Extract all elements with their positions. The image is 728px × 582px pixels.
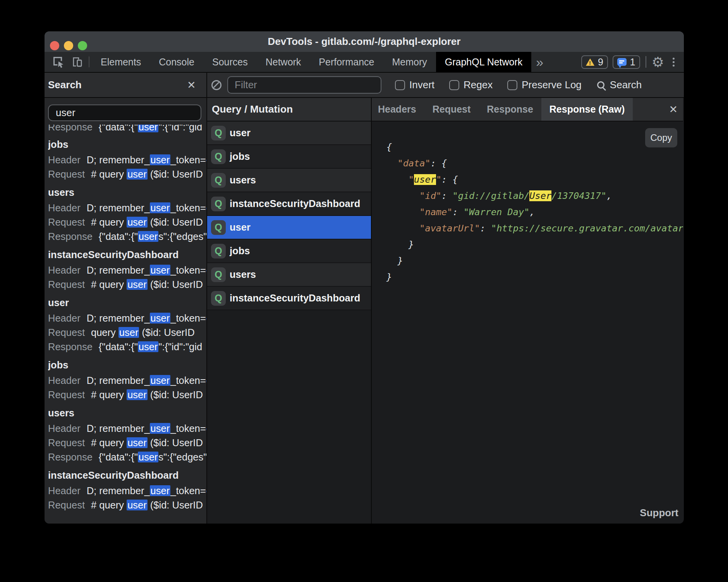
tab-graphql-network[interactable]: GraphQL Network bbox=[436, 52, 532, 72]
query-type-icon: Q bbox=[211, 291, 226, 306]
window-title: DevTools - gitlab.com/-/graphql-explorer bbox=[268, 36, 461, 48]
search-result-line[interactable]: Response{"data":{"users":{"edges":[user bbox=[48, 229, 207, 244]
query-list-panel: Query / Mutation QuserQjobsQusersQinstan… bbox=[207, 98, 371, 524]
search-results-list: Response{"data":{"user":{"id":"gidjobsHe… bbox=[48, 125, 207, 524]
traffic-lights bbox=[50, 41, 87, 50]
minimize-window-button[interactable] bbox=[64, 41, 73, 50]
search-result-group: usersHeaderD; remember_user_token=eyRequ… bbox=[48, 185, 207, 244]
detail-panel: HeadersRequestResponseResponse (Raw) ✕ {… bbox=[371, 98, 683, 524]
issues-badge[interactable]: 1 bbox=[613, 55, 640, 69]
tab-console[interactable]: Console bbox=[150, 52, 203, 72]
search-label[interactable]: Search bbox=[610, 79, 642, 91]
message-icon bbox=[617, 58, 627, 66]
search-results-panel: user Response{"data":{"user":{"id":"gidj… bbox=[45, 98, 207, 524]
filter-toolbar: Filter Invert Regex Preserve Log Search bbox=[206, 73, 684, 97]
search-result-line[interactable]: Response{"data":{"user":{"id":"gid bbox=[48, 340, 207, 354]
search-result-line[interactable]: HeaderD; remember_user_token=ey bbox=[48, 263, 207, 277]
regex-label[interactable]: Regex bbox=[464, 79, 493, 91]
invert-label[interactable]: Invert bbox=[409, 79, 434, 91]
query-list-item[interactable]: Qjobs bbox=[207, 240, 371, 263]
query-list-item[interactable]: Quser bbox=[207, 122, 371, 145]
search-panel-header: Search ✕ bbox=[45, 73, 206, 97]
panel-toolbar: Search ✕ Filter Invert Regex Preserve Lo… bbox=[45, 73, 684, 98]
search-result-line[interactable]: HeaderD; remember_user_token=ey bbox=[48, 484, 207, 498]
clear-icon[interactable] bbox=[211, 80, 221, 90]
search-result-group: jobsHeaderD; remember_user_token=eyReque… bbox=[48, 137, 207, 181]
search-result-line[interactable]: Request# query user ($id: UserID bbox=[48, 167, 207, 181]
copy-button[interactable]: Copy bbox=[645, 128, 677, 147]
query-list-item[interactable]: Qjobs bbox=[207, 145, 371, 169]
query-list-header: Query / Mutation bbox=[207, 98, 371, 122]
query-list-item[interactable]: QinstanceSecurityDashboard bbox=[207, 287, 371, 310]
search-result-line[interactable]: HeaderD; remember_user_token=ey bbox=[48, 201, 207, 215]
query-type-icon: Q bbox=[211, 244, 226, 258]
search-result-group: jobsHeaderD; remember_user_token=eyReque… bbox=[48, 358, 207, 402]
warnings-badge[interactable]: 9 bbox=[581, 55, 608, 69]
query-list-item[interactable]: Qusers bbox=[207, 169, 371, 192]
filter-input[interactable]: Filter bbox=[227, 76, 381, 94]
settings-gear-icon[interactable]: ⚙ bbox=[652, 52, 664, 72]
search-result-line[interactable]: HeaderD; remember_user_token=ey bbox=[48, 153, 207, 167]
query-type-icon: Q bbox=[211, 220, 226, 235]
search-result-group: instanceSecurityDashboardHeaderD; rememb… bbox=[48, 468, 207, 512]
search-result-line[interactable]: HeaderD; remember_user_token=ey bbox=[48, 421, 207, 436]
query-type-icon: Q bbox=[211, 267, 226, 282]
title-bar: DevTools - gitlab.com/-/graphql-explorer bbox=[45, 31, 684, 52]
maximize-window-button[interactable] bbox=[78, 41, 87, 50]
search-result-group: userHeaderD; remember_user_token=eyReque… bbox=[48, 296, 207, 354]
tab-performance[interactable]: Performance bbox=[310, 52, 383, 72]
devtools-window: DevTools - gitlab.com/-/graphql-explorer… bbox=[45, 31, 684, 524]
search-result-line[interactable]: Request# query user ($id: UserID bbox=[48, 277, 207, 292]
detail-tab-response-raw-[interactable]: Response (Raw) bbox=[541, 98, 633, 121]
device-toolbar-icon[interactable] bbox=[68, 52, 86, 72]
search-result-line[interactable]: Request# query user ($id: UserID bbox=[48, 436, 207, 450]
query-list-item[interactable]: Qusers bbox=[207, 263, 371, 287]
response-raw-json: { "data": { "user": { "id": "gid://gitla… bbox=[371, 122, 683, 285]
inspect-element-icon[interactable] bbox=[49, 52, 68, 72]
search-result-group: usersHeaderD; remember_user_token=eyRequ… bbox=[48, 406, 207, 464]
query-list-item[interactable]: Quser bbox=[207, 216, 371, 240]
toolbar-separator bbox=[89, 56, 89, 67]
search-input[interactable]: user bbox=[48, 104, 201, 121]
warning-icon bbox=[586, 58, 594, 66]
close-window-button[interactable] bbox=[50, 41, 59, 50]
tab-sources[interactable]: Sources bbox=[203, 52, 257, 72]
more-options-icon[interactable] bbox=[673, 58, 675, 67]
regex-checkbox[interactable] bbox=[449, 80, 459, 90]
search-result-group: instanceSecurityDashboardHeaderD; rememb… bbox=[48, 248, 207, 292]
preserve-log-label[interactable]: Preserve Log bbox=[522, 79, 582, 91]
detail-tab-headers[interactable]: Headers bbox=[371, 98, 424, 121]
query-type-icon: Q bbox=[211, 197, 226, 211]
search-icon[interactable] bbox=[597, 81, 604, 89]
query-list-item[interactable]: QinstanceSecurityDashboard bbox=[207, 192, 371, 216]
query-type-icon: Q bbox=[211, 173, 226, 188]
tab-memory[interactable]: Memory bbox=[383, 52, 436, 72]
search-result-line[interactable]: Request# query user ($id: UserID bbox=[48, 388, 207, 402]
search-result-line[interactable]: Response{"data":{"users":{"edges":[user bbox=[48, 450, 207, 464]
search-result-line[interactable]: HeaderD; remember_user_token=ey bbox=[48, 311, 207, 325]
search-result-line[interactable]: Requestquery user ($id: UserID bbox=[48, 325, 207, 340]
query-type-icon: Q bbox=[211, 126, 226, 140]
invert-checkbox[interactable] bbox=[395, 80, 405, 90]
search-result-line[interactable]: Request# query user ($id: UserID bbox=[48, 498, 207, 512]
query-type-icon: Q bbox=[211, 149, 226, 164]
search-result-line[interactable]: Request# query user ($id: UserID bbox=[48, 215, 207, 229]
search-result-line[interactable]: HeaderD; remember_user_token=ey bbox=[48, 373, 207, 388]
search-result-line[interactable]: Response{"data":{"user":{"id":"gid bbox=[48, 125, 207, 134]
tab-elements[interactable]: Elements bbox=[92, 52, 150, 72]
search-panel-title: Search bbox=[48, 79, 82, 91]
detail-tabs: HeadersRequestResponseResponse (Raw) ✕ bbox=[371, 98, 683, 122]
more-tabs-chevron[interactable]: » bbox=[536, 52, 543, 72]
close-detail-icon[interactable]: ✕ bbox=[669, 98, 678, 121]
close-search-icon[interactable]: ✕ bbox=[187, 73, 196, 97]
detail-tab-request[interactable]: Request bbox=[424, 98, 479, 121]
devtools-tab-bar: ElementsConsoleSourcesNetworkPerformance… bbox=[45, 52, 684, 73]
tab-network[interactable]: Network bbox=[257, 52, 310, 72]
detail-tab-response[interactable]: Response bbox=[479, 98, 541, 121]
support-link[interactable]: Support bbox=[640, 507, 678, 519]
preserve-log-checkbox[interactable] bbox=[507, 80, 517, 90]
